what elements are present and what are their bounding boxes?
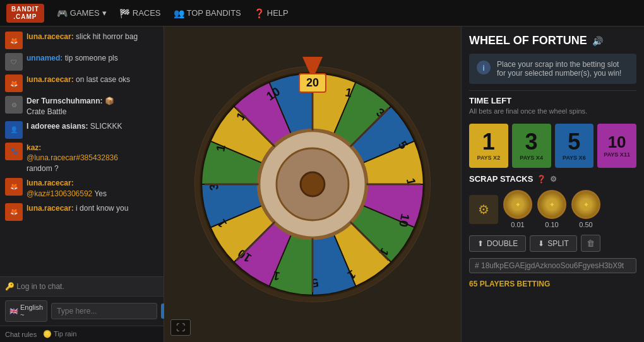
double-button[interactable]: ⬆ DOUBLE [469, 235, 526, 252]
bet-hash-row: # 18ufkpEGAEjgdAzknooSou6FgyesH3bX9t [469, 258, 636, 273]
wheel-container: 20 [193, 64, 432, 304]
double-icon: ⬆ [477, 239, 484, 248]
msg-content: Crate Battle [27, 107, 66, 116]
list-item: ⚙ Der Turnschuhmann: 📦 Crate Battle [5, 96, 158, 117]
message-text: luna.racecar: @kaz#1306306592 Yes [27, 178, 107, 199]
message-text: luna.racecar: slick hit horror bag [27, 32, 138, 42]
chip-circle: ✦ [571, 190, 600, 219]
scrap-chip-050[interactable]: ✦ 0.50 [571, 190, 600, 228]
chip-circle: ✦ [537, 190, 566, 219]
bet-tile-pays: PAYS X2 [477, 155, 501, 161]
chip-circle: ✦ [503, 190, 532, 219]
time-left-title: TIME LEFT [469, 96, 636, 105]
bet-tile-number: 5 [568, 131, 580, 153]
bet-tile-pays: PAYS X6 [563, 155, 586, 161]
games-icon: 🎮 [57, 8, 68, 18]
wheel-title-text: WHEEL OF FORTUNE [469, 34, 587, 47]
chip-gear-button[interactable]: ⚙ [469, 195, 498, 224]
chip-inner: ✦ [515, 201, 520, 208]
wheel-area: 20 [164, 27, 461, 342]
msg-content: SLICKKK [90, 122, 122, 131]
msg-content: on last case oks [76, 75, 130, 84]
info-icon: i [477, 61, 491, 74]
list-item: 🦊 luna.racecar: @kaz#1306306592 Yes [5, 178, 158, 199]
chip-value: 0.10 [545, 221, 558, 228]
scrap-chip-010[interactable]: ✦ 0.10 [537, 190, 566, 228]
split-label: SPLIT [547, 239, 568, 248]
bet-tile-10[interactable]: 10 PAYS X11 [597, 124, 636, 168]
language-selector[interactable]: 🇬🇧 English ~ [5, 300, 47, 322]
bet-tiles: 1 PAYS X2 3 PAYS X4 5 PAYS X6 10 PAYS X1… [469, 124, 636, 168]
bet-tile-3[interactable]: 3 PAYS X4 [512, 124, 551, 168]
time-left-section: TIME LEFT All bets are final once the wh… [469, 90, 636, 115]
split-button[interactable]: ⬇ SPLIT [530, 235, 576, 252]
nav-top-bandits-label: TOP BANDITS [187, 8, 241, 18]
info-box: i Place your scrap into the betting slot… [469, 54, 636, 84]
bet-tile-pays: PAYS X11 [604, 151, 630, 158]
trash-button[interactable]: 🗑 [581, 235, 600, 252]
nav-help[interactable]: ❓ HELP [254, 8, 289, 18]
msg-username: kaz: [27, 143, 41, 152]
login-prompt: 🔑 Log in to chat. [5, 282, 64, 291]
scrap-chip-001[interactable]: ✦ 0.01 [503, 190, 532, 228]
chevron-down-icon: ▾ [102, 8, 107, 18]
chat-input-row: 🇬🇧 English ~ SEND [0, 296, 164, 326]
help-icon: ❓ [254, 8, 265, 18]
top-bandits-icon: 👥 [174, 8, 184, 18]
avatar: 🦊 [5, 178, 23, 196]
message-text: kaz: @luna.racecar#385432836 random ? [27, 143, 118, 174]
msg-username: luna.racecar: [27, 75, 74, 84]
double-label: DOUBLE [487, 239, 518, 248]
avatar: 👤 [5, 121, 23, 139]
nav-top-bandits[interactable]: 👥 TOP BANDITS [174, 8, 241, 18]
msg-content: random ? [27, 164, 59, 173]
wheel-svg: 1 3 5 1 10 1 1 5 1 10 1 3 1 1 10 5 [193, 64, 432, 304]
nav-races-label: RACES [133, 8, 161, 18]
top-nav: BANDIT .camp 🎮 GAMES ▾ 🏁 RACES 👥 TOP BAN… [0, 0, 644, 27]
bet-tile-number: 10 [608, 134, 626, 150]
bet-tile-1[interactable]: 1 PAYS X2 [469, 124, 508, 168]
svg-text:10: 10 [397, 213, 412, 228]
list-item: 🦊 luna.racecar: on last case oks [5, 74, 158, 92]
fullscreen-button[interactable]: ⛶ [170, 319, 191, 336]
chat-login-bar[interactable]: 🔑 Log in to chat. [0, 276, 164, 296]
split-icon: ⬇ [538, 239, 544, 248]
wheel-number: 20 [299, 73, 326, 93]
list-item: 🐾 kaz: @luna.racecar#385432836 random ? [5, 143, 158, 174]
gear-icon[interactable]: ⚙ [550, 175, 557, 184]
bet-tile-number: 1 [482, 131, 495, 153]
nav-games[interactable]: 🎮 GAMES ▾ [57, 8, 107, 18]
bet-tile-pays: PAYS X4 [520, 155, 543, 161]
logo-text: BANDIT [11, 6, 39, 13]
avatar: 🐾 [5, 143, 23, 160]
tip-rain-link[interactable]: 🪙 Tip rain [43, 330, 76, 338]
msg-mention: @kaz#1306306592 [27, 189, 92, 198]
msg-content: i dont know you [76, 204, 128, 213]
question-icon[interactable]: ❓ [537, 175, 546, 184]
chat-footer: Chat rules 🪙 Tip rain [0, 326, 164, 342]
nav-help-label: HELP [267, 8, 289, 18]
msg-username: luna.racecar: [27, 179, 74, 187]
chat-rules-link[interactable]: Chat rules [5, 331, 37, 338]
chip-inner: ✦ [583, 201, 588, 208]
msg-content: Yes [94, 189, 107, 198]
msg-username: Der Turnschuhmann: 📦 [27, 97, 114, 105]
logo-sub: .camp [11, 13, 39, 21]
nav-races[interactable]: 🏁 RACES [119, 8, 161, 18]
time-left-sub: All bets are final once the wheel spins. [469, 107, 636, 115]
bet-tile-number: 3 [525, 131, 538, 153]
chat-input[interactable] [51, 303, 157, 319]
logo: BANDIT .camp [6, 4, 44, 23]
chip-value: 0.01 [511, 221, 524, 228]
bet-tile-5[interactable]: 5 PAYS X6 [555, 124, 594, 168]
list-item: 🦊 luna.racecar: slick hit horror bag [5, 32, 158, 49]
language-label: English ~ [20, 304, 43, 319]
right-panel-inner: WHEEL OF FORTUNE 🔊 i Place your scrap in… [462, 27, 644, 296]
action-buttons: ⬆ DOUBLE ⬇ SPLIT 🗑 [469, 235, 636, 252]
msg-mention: @luna.racecar#385432836 [27, 153, 118, 162]
avatar: ⚙ [5, 96, 23, 114]
chip-value: 0.50 [579, 221, 592, 228]
bet-hash-text: # 18ufkpEGAEjgdAzknooSou6FgyesH3bX9t [475, 261, 624, 270]
volume-icon[interactable]: 🔊 [592, 36, 603, 46]
scrap-chips: ⚙ ✦ 0.01 ✦ 0.10 ✦ 0.50 [469, 190, 636, 228]
